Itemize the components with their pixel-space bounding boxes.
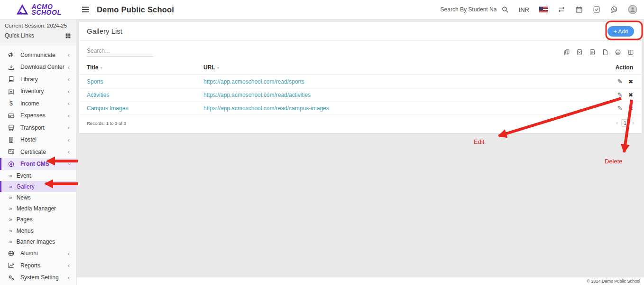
hamburger-menu-icon[interactable] bbox=[82, 5, 89, 14]
table-search-input[interactable] bbox=[87, 46, 153, 57]
delete-icon[interactable]: ✖ bbox=[628, 78, 633, 85]
sub-item-prefix: » bbox=[9, 238, 12, 245]
sidebar-item-transport[interactable]: Transport ‹ bbox=[0, 122, 76, 134]
chevron-icon: ‹ bbox=[68, 64, 70, 70]
gallery-url-link[interactable]: https://app.acmoschool.com/read/sports bbox=[203, 75, 585, 88]
currency-label[interactable]: INR bbox=[519, 6, 529, 13]
sidebar-menu: Communicate ‹ Download Center ‹ Library … bbox=[0, 49, 76, 284]
sort-icon: ▾ bbox=[100, 66, 102, 70]
current-session-label: Current Session: 2024-25 bbox=[5, 23, 71, 28]
tasks-icon[interactable] bbox=[593, 6, 600, 13]
sidebar-item-download-center[interactable]: Download Center ‹ bbox=[0, 61, 76, 74]
sort-icon: ▾ bbox=[217, 66, 220, 70]
us-flag-icon[interactable] bbox=[539, 7, 548, 12]
gallery-title-link[interactable]: Sports bbox=[79, 75, 203, 88]
table-search bbox=[87, 46, 153, 57]
building-icon bbox=[8, 136, 15, 143]
inventory-icon bbox=[8, 88, 15, 95]
chevron-icon: ‹ bbox=[68, 100, 70, 106]
sidebar-item-certificate[interactable]: Certificate ‹ bbox=[0, 146, 76, 158]
avatar-icon[interactable] bbox=[628, 5, 637, 14]
sub-item-prefix: » bbox=[9, 183, 12, 190]
sidebar-item-event[interactable]: » Event bbox=[0, 170, 76, 181]
sub-item-prefix: » bbox=[9, 194, 12, 201]
export-toolbar bbox=[563, 49, 634, 57]
sidebar: Current Session: 2024-25 Quick Links Com… bbox=[0, 19, 76, 285]
gallery-title-link[interactable]: Campus Images bbox=[79, 102, 203, 115]
sidebar-item-income[interactable]: Income ‹ bbox=[0, 97, 76, 110]
chevron-icon: ‹ bbox=[68, 250, 70, 256]
sidebar-item-alumni[interactable]: Alumni ‹ bbox=[0, 247, 76, 259]
page-number[interactable]: 1 bbox=[621, 119, 629, 127]
sidebar-item-news[interactable]: » News bbox=[0, 192, 76, 203]
chevron-icon: ‹ bbox=[68, 88, 70, 95]
app-root: ACMO SCHOOL Demo Public School INR Curre… bbox=[0, 0, 644, 285]
sub-item-prefix: » bbox=[9, 172, 12, 179]
columns-export-icon[interactable] bbox=[627, 49, 634, 56]
bus-icon bbox=[8, 124, 15, 131]
chart-icon bbox=[8, 262, 15, 269]
sidebar-item-expenses[interactable]: Expenses ‹ bbox=[0, 110, 76, 122]
sidebar-item-inventory[interactable]: Inventory ‹ bbox=[0, 86, 76, 98]
search-icon[interactable] bbox=[501, 6, 509, 13]
book-icon bbox=[8, 76, 15, 83]
gallery-url-link[interactable]: https://app.acmoschool.com/read/campus-i… bbox=[203, 102, 585, 115]
chevron-icon: ‹ bbox=[68, 137, 70, 143]
gears-icon bbox=[8, 274, 15, 281]
sidebar-item-hostel[interactable]: Hostel ‹ bbox=[0, 134, 76, 146]
sub-item-prefix: » bbox=[9, 227, 12, 234]
delete-icon[interactable]: ✖ bbox=[628, 105, 633, 112]
sidebar-item-menus[interactable]: » Menus bbox=[0, 225, 76, 236]
whatsapp-icon[interactable] bbox=[610, 6, 618, 13]
gallery-title-link[interactable]: Activities bbox=[79, 88, 203, 102]
sidebar-item-gallery[interactable]: » Gallery bbox=[0, 181, 76, 192]
edit-icon[interactable]: ✎ bbox=[617, 104, 623, 112]
gallery-url-link[interactable]: https://app.acmoschool.com/read/activiti… bbox=[203, 88, 585, 102]
chevron-icon: ‹ bbox=[68, 275, 70, 281]
sidebar-item-system-setting[interactable]: System Setting ‹ bbox=[0, 271, 76, 284]
sidebar-item-library[interactable]: Library ‹ bbox=[0, 73, 76, 86]
calendar-icon[interactable] bbox=[575, 6, 583, 13]
grid-icon[interactable] bbox=[65, 33, 71, 39]
pdf-export-icon[interactable] bbox=[602, 49, 608, 56]
swap-icon[interactable] bbox=[558, 6, 565, 13]
copyright-text: © 2024 Demo Public School bbox=[587, 279, 640, 284]
excel-export-icon[interactable] bbox=[576, 49, 583, 56]
brand-name: ACMO SCHOOL bbox=[32, 4, 62, 15]
copy-export-icon[interactable] bbox=[563, 49, 570, 56]
chevron-icon: ‹ bbox=[68, 262, 70, 268]
column-header-action: Action bbox=[585, 61, 642, 75]
page-title: Gallery List bbox=[87, 27, 122, 35]
student-search-input[interactable] bbox=[441, 5, 497, 14]
sidebar-item-banner-images[interactable]: » Banner Images bbox=[0, 236, 76, 247]
next-page-icon[interactable]: › bbox=[632, 120, 634, 126]
gallery-table: Title▾ URL▾ Action Sports https://app.ac… bbox=[79, 61, 642, 115]
print-export-icon[interactable] bbox=[615, 49, 621, 56]
sidebar-item-pages[interactable]: » Pages bbox=[0, 214, 76, 225]
chevron-icon: ‹ bbox=[68, 52, 70, 58]
main-area: Gallery List + Add Title▾ URL▾ Action bbox=[77, 19, 644, 285]
delete-icon[interactable]: ✖ bbox=[628, 92, 633, 98]
column-header-url[interactable]: URL▾ bbox=[203, 61, 585, 75]
prev-page-icon[interactable]: ‹ bbox=[616, 120, 618, 126]
column-header-title[interactable]: Title▾ bbox=[79, 61, 203, 75]
brand-logo-icon bbox=[15, 3, 29, 16]
sidebar-item-reports[interactable]: Reports ‹ bbox=[0, 259, 76, 272]
csv-export-icon[interactable] bbox=[589, 49, 596, 56]
sidebar-item-front-cms[interactable]: Front CMS ‹ bbox=[0, 158, 76, 171]
gallery-list-card: Gallery List + Add Title▾ URL▾ Action bbox=[79, 22, 642, 133]
page-school-title: Demo Public School bbox=[97, 5, 174, 14]
certificate-icon bbox=[8, 148, 15, 155]
brand-logo[interactable]: ACMO SCHOOL bbox=[0, 3, 76, 16]
chevron-icon: ‹ bbox=[68, 76, 70, 82]
top-header: ACMO SCHOOL Demo Public School INR bbox=[0, 0, 644, 19]
chevron-icon: ‹ bbox=[68, 113, 70, 119]
quick-links-label: Quick Links bbox=[5, 32, 34, 39]
table-body: Sports https://app.acmoschool.com/read/s… bbox=[79, 75, 642, 115]
sidebar-item-media-manager[interactable]: » Media Manager bbox=[0, 203, 76, 214]
edit-icon[interactable]: ✎ bbox=[617, 78, 623, 85]
cms-icon bbox=[8, 161, 15, 168]
add-button[interactable]: + Add bbox=[607, 26, 634, 37]
edit-icon[interactable]: ✎ bbox=[617, 91, 623, 98]
sidebar-item-communicate[interactable]: Communicate ‹ bbox=[0, 49, 76, 61]
